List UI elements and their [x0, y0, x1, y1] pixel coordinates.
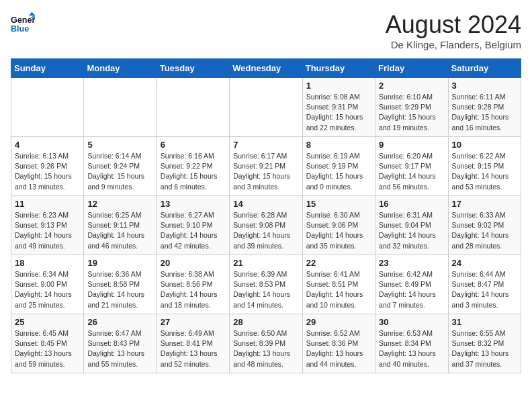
calendar-cell: 21Sunrise: 6:39 AM Sunset: 8:53 PM Dayli… [230, 255, 302, 314]
day-number: 2 [379, 81, 444, 91]
day-number: 29 [306, 317, 371, 327]
calendar-cell: 25Sunrise: 6:45 AM Sunset: 8:45 PM Dayli… [11, 314, 84, 373]
logo: General Blue [11, 11, 35, 35]
weekday-header: Thursday [302, 59, 375, 78]
day-info: Sunrise: 6:45 AM Sunset: 8:45 PM Dayligh… [15, 328, 80, 369]
calendar-cell: 12Sunrise: 6:25 AM Sunset: 9:11 PM Dayli… [84, 196, 157, 255]
day-info: Sunrise: 6:17 AM Sunset: 9:21 PM Dayligh… [233, 151, 298, 192]
calendar-cell: 23Sunrise: 6:42 AM Sunset: 8:49 PM Dayli… [375, 255, 448, 314]
calendar-table: SundayMondayTuesdayWednesdayThursdayFrid… [11, 58, 521, 373]
day-info: Sunrise: 6:28 AM Sunset: 9:08 PM Dayligh… [233, 210, 298, 251]
day-info: Sunrise: 6:41 AM Sunset: 8:51 PM Dayligh… [306, 269, 371, 310]
day-info: Sunrise: 6:36 AM Sunset: 8:58 PM Dayligh… [87, 269, 152, 310]
day-number: 1 [306, 81, 371, 91]
day-info: Sunrise: 6:39 AM Sunset: 8:53 PM Dayligh… [233, 269, 298, 310]
page-header: General Blue August 2024 De Klinge, Flan… [11, 11, 521, 50]
day-number: 11 [15, 199, 80, 209]
calendar-cell: 13Sunrise: 6:27 AM Sunset: 9:10 PM Dayli… [157, 196, 229, 255]
day-info: Sunrise: 6:38 AM Sunset: 8:56 PM Dayligh… [161, 269, 226, 310]
day-info: Sunrise: 6:16 AM Sunset: 9:22 PM Dayligh… [161, 151, 226, 192]
day-number: 18 [15, 258, 80, 268]
calendar-cell [157, 78, 229, 137]
day-number: 28 [233, 317, 298, 327]
calendar-week-row: 25Sunrise: 6:45 AM Sunset: 8:45 PM Dayli… [11, 314, 521, 373]
day-info: Sunrise: 6:34 AM Sunset: 9:00 PM Dayligh… [15, 269, 80, 310]
calendar-cell: 14Sunrise: 6:28 AM Sunset: 9:08 PM Dayli… [230, 196, 302, 255]
weekday-header: Friday [375, 59, 448, 78]
day-number: 21 [233, 258, 298, 268]
day-number: 8 [306, 140, 371, 150]
day-info: Sunrise: 6:27 AM Sunset: 9:10 PM Dayligh… [161, 210, 226, 251]
calendar-cell: 27Sunrise: 6:49 AM Sunset: 8:41 PM Dayli… [157, 314, 229, 373]
day-info: Sunrise: 6:14 AM Sunset: 9:24 PM Dayligh… [87, 151, 152, 192]
day-info: Sunrise: 6:33 AM Sunset: 9:02 PM Dayligh… [452, 210, 517, 251]
svg-text:Blue: Blue [11, 24, 29, 34]
day-number: 4 [15, 140, 80, 150]
day-info: Sunrise: 6:47 AM Sunset: 8:43 PM Dayligh… [87, 328, 152, 369]
calendar-week-row: 11Sunrise: 6:23 AM Sunset: 9:13 PM Dayli… [11, 196, 521, 255]
day-number: 30 [379, 317, 444, 327]
calendar-week-row: 18Sunrise: 6:34 AM Sunset: 9:00 PM Dayli… [11, 255, 521, 314]
calendar-cell: 26Sunrise: 6:47 AM Sunset: 8:43 PM Dayli… [84, 314, 157, 373]
day-number: 25 [15, 317, 80, 327]
svg-marker-2 [29, 12, 35, 15]
calendar-cell: 9Sunrise: 6:20 AM Sunset: 9:17 PM Daylig… [375, 137, 448, 196]
calendar-cell: 31Sunrise: 6:55 AM Sunset: 8:32 PM Dayli… [448, 314, 521, 373]
day-number: 17 [452, 199, 517, 209]
day-info: Sunrise: 6:23 AM Sunset: 9:13 PM Dayligh… [15, 210, 80, 251]
day-info: Sunrise: 6:53 AM Sunset: 8:34 PM Dayligh… [379, 328, 444, 369]
day-info: Sunrise: 6:42 AM Sunset: 8:49 PM Dayligh… [379, 269, 444, 310]
calendar-cell: 3Sunrise: 6:11 AM Sunset: 9:28 PM Daylig… [448, 78, 521, 137]
calendar-cell [84, 78, 157, 137]
day-number: 13 [161, 199, 226, 209]
day-number: 23 [379, 258, 444, 268]
day-info: Sunrise: 6:30 AM Sunset: 9:06 PM Dayligh… [306, 210, 371, 251]
day-number: 9 [379, 140, 444, 150]
calendar-cell: 7Sunrise: 6:17 AM Sunset: 9:21 PM Daylig… [230, 137, 302, 196]
calendar-week-row: 1Sunrise: 6:08 AM Sunset: 9:31 PM Daylig… [11, 78, 521, 137]
day-info: Sunrise: 6:52 AM Sunset: 8:36 PM Dayligh… [306, 328, 371, 369]
day-number: 26 [87, 317, 152, 327]
weekday-header: Wednesday [230, 59, 302, 78]
day-number: 5 [87, 140, 152, 150]
calendar-cell: 5Sunrise: 6:14 AM Sunset: 9:24 PM Daylig… [84, 137, 157, 196]
weekday-header: Tuesday [157, 59, 229, 78]
day-number: 16 [379, 199, 444, 209]
location: De Klinge, Flanders, Belgium [386, 39, 521, 50]
calendar-cell: 1Sunrise: 6:08 AM Sunset: 9:31 PM Daylig… [302, 78, 375, 137]
calendar-cell: 19Sunrise: 6:36 AM Sunset: 8:58 PM Dayli… [84, 255, 157, 314]
day-info: Sunrise: 6:50 AM Sunset: 8:39 PM Dayligh… [233, 328, 298, 369]
calendar-cell: 20Sunrise: 6:38 AM Sunset: 8:56 PM Dayli… [157, 255, 229, 314]
weekday-header: Saturday [448, 59, 521, 78]
weekday-header-row: SundayMondayTuesdayWednesdayThursdayFrid… [11, 59, 521, 78]
calendar-cell: 29Sunrise: 6:52 AM Sunset: 8:36 PM Dayli… [302, 314, 375, 373]
day-info: Sunrise: 6:11 AM Sunset: 9:28 PM Dayligh… [452, 92, 517, 133]
calendar-cell: 24Sunrise: 6:44 AM Sunset: 8:47 PM Dayli… [448, 255, 521, 314]
title-area: August 2024 De Klinge, Flanders, Belgium [386, 11, 521, 50]
calendar-cell: 8Sunrise: 6:19 AM Sunset: 9:19 PM Daylig… [302, 137, 375, 196]
day-info: Sunrise: 6:19 AM Sunset: 9:19 PM Dayligh… [306, 151, 371, 192]
day-number: 14 [233, 199, 298, 209]
day-number: 19 [87, 258, 152, 268]
day-number: 10 [452, 140, 517, 150]
day-number: 7 [233, 140, 298, 150]
day-info: Sunrise: 6:08 AM Sunset: 9:31 PM Dayligh… [306, 92, 371, 133]
day-info: Sunrise: 6:49 AM Sunset: 8:41 PM Dayligh… [161, 328, 226, 369]
day-number: 24 [452, 258, 517, 268]
day-number: 20 [161, 258, 226, 268]
day-number: 12 [87, 199, 152, 209]
calendar-cell [11, 78, 84, 137]
calendar-week-row: 4Sunrise: 6:13 AM Sunset: 9:26 PM Daylig… [11, 137, 521, 196]
day-number: 22 [306, 258, 371, 268]
day-number: 3 [452, 81, 517, 91]
calendar-cell: 15Sunrise: 6:30 AM Sunset: 9:06 PM Dayli… [302, 196, 375, 255]
calendar-cell: 4Sunrise: 6:13 AM Sunset: 9:26 PM Daylig… [11, 137, 84, 196]
calendar-cell: 18Sunrise: 6:34 AM Sunset: 9:00 PM Dayli… [11, 255, 84, 314]
day-info: Sunrise: 6:10 AM Sunset: 9:29 PM Dayligh… [379, 92, 444, 133]
weekday-header: Monday [84, 59, 157, 78]
calendar-cell: 10Sunrise: 6:22 AM Sunset: 9:15 PM Dayli… [448, 137, 521, 196]
calendar-cell: 22Sunrise: 6:41 AM Sunset: 8:51 PM Dayli… [302, 255, 375, 314]
calendar-cell: 30Sunrise: 6:53 AM Sunset: 8:34 PM Dayli… [375, 314, 448, 373]
day-info: Sunrise: 6:31 AM Sunset: 9:04 PM Dayligh… [379, 210, 444, 251]
weekday-header: Sunday [11, 59, 84, 78]
